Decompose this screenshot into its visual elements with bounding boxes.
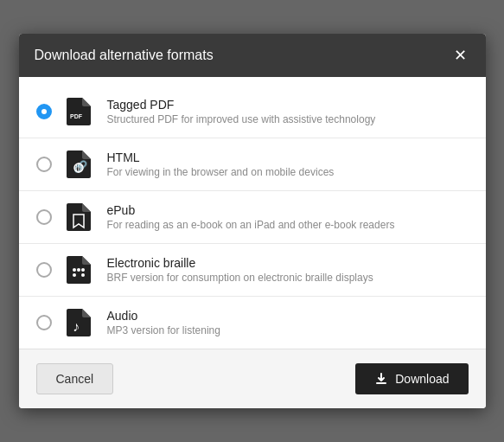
- format-item-html[interactable]: 🔗 HTMLFor viewing in the browser and on …: [19, 138, 486, 191]
- close-button[interactable]: ✕: [450, 46, 470, 65]
- radio-tagged-pdf[interactable]: [36, 104, 52, 119]
- format-item-epub[interactable]: ePubFor reading as an e-book on an iPad …: [19, 191, 486, 244]
- format-name-electronic-braille: Electronic braille: [107, 256, 469, 270]
- dialog-body: PDF Tagged PDFStructured PDF for improve…: [19, 77, 486, 349]
- format-desc-tagged-pdf: Structured PDF for improved use with ass…: [107, 113, 469, 125]
- file-icon-html: 🔗: [61, 151, 97, 178]
- format-desc-audio: MP3 version for listening: [107, 324, 469, 336]
- svg-text:♪: ♪: [73, 319, 80, 334]
- radio-audio[interactable]: [36, 315, 52, 330]
- format-desc-html: For viewing in the browser and on mobile…: [107, 166, 469, 178]
- dialog-header: Download alternative formats ✕: [19, 34, 486, 77]
- format-desc-epub: For reading as an e-book on an iPad and …: [107, 219, 469, 231]
- radio-html[interactable]: [36, 157, 52, 172]
- radio-epub[interactable]: [36, 209, 52, 225]
- format-name-tagged-pdf: Tagged PDF: [107, 98, 469, 112]
- svg-point-10: [81, 273, 85, 277]
- svg-point-9: [73, 273, 76, 277]
- radio-electronic-braille[interactable]: [36, 262, 52, 278]
- svg-point-7: [77, 268, 80, 272]
- format-item-audio[interactable]: ♪ AudioMP3 version for listening: [19, 297, 486, 349]
- download-dialog: Download alternative formats ✕ PDF Tagge…: [19, 34, 486, 408]
- download-label: Download: [395, 372, 449, 386]
- format-desc-electronic-braille: BRF version for consumption on electroni…: [107, 272, 469, 284]
- svg-text:PDF: PDF: [70, 113, 83, 119]
- svg-point-6: [73, 268, 76, 272]
- cancel-button[interactable]: Cancel: [36, 363, 114, 394]
- file-icon-electronic-braille: [61, 256, 97, 284]
- svg-point-8: [81, 268, 85, 272]
- format-item-electronic-braille[interactable]: Electronic brailleBRF version for consum…: [19, 244, 486, 297]
- download-arrow-icon: [374, 372, 388, 386]
- format-name-audio: Audio: [107, 309, 469, 323]
- dialog-footer: Cancel Download: [19, 349, 486, 408]
- format-name-epub: ePub: [107, 203, 469, 217]
- dialog-title: Download alternative formats: [35, 48, 214, 63]
- format-name-html: HTML: [107, 151, 469, 164]
- file-icon-tagged-pdf: PDF: [61, 98, 97, 125]
- download-button[interactable]: Download: [355, 363, 468, 394]
- file-icon-epub: [61, 203, 97, 231]
- file-icon-audio: ♪: [61, 309, 97, 336]
- format-item-tagged-pdf[interactable]: PDF Tagged PDFStructured PDF for improve…: [19, 86, 486, 138]
